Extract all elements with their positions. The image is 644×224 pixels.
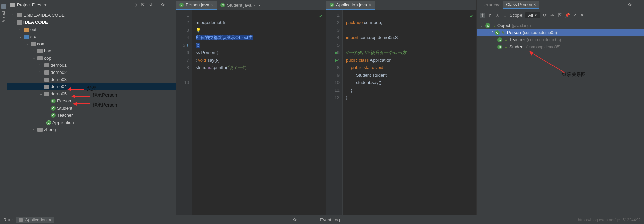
project-tree[interactable]: ›E:\IDEA\IDEA CODE ⌄IDEA CODE ›out ⌄src …	[7, 10, 176, 224]
close-icon[interactable]: ×	[49, 217, 51, 222]
class-hierarchy-icon[interactable]: ⬆	[480, 13, 485, 18]
expand-icon[interactable]: ⇱	[557, 13, 563, 18]
tree-row[interactable]: ⌄com	[7, 40, 176, 47]
close-icon[interactable]: ×	[253, 3, 255, 7]
tree-row[interactable]: ⌄oop	[7, 54, 176, 62]
gutter[interactable]: 12345 6▶ 7▶ 89101112	[326, 10, 343, 221]
chevron-down-icon[interactable]: ⌄	[480, 23, 484, 27]
settings-icon[interactable]: ✿	[627, 2, 632, 8]
code-content[interactable]: ✔m.oop.demo05; 💡 所有的类都默认继承Object类 类 ss P…	[192, 10, 326, 221]
chevron-right-icon[interactable]: ›	[12, 13, 16, 17]
settings-icon[interactable]: ✿	[160, 2, 165, 8]
editor-tabs[interactable]: CPerson.java× CStudent.java×▾	[176, 0, 326, 10]
close-icon[interactable]: ×	[211, 3, 213, 7]
chevron-right-icon[interactable]: ›	[33, 128, 36, 131]
pin-icon[interactable]: 📌	[565, 13, 570, 18]
chevron-down-icon[interactable]: ⌄	[12, 20, 16, 24]
class-icon: C	[51, 113, 56, 118]
code-area[interactable]: 12345 6▶ 7▶ 89101112 ✔package com.oop; i…	[326, 10, 476, 221]
run-label: Run:	[3, 217, 13, 222]
package-icon	[44, 92, 49, 96]
expand-all-icon[interactable]: ⇱	[140, 2, 145, 8]
chevron-right-icon[interactable]: ›	[39, 70, 43, 74]
bulb-icon[interactable]: 💡	[196, 28, 201, 33]
subtypes-icon[interactable]: ⋏	[495, 13, 500, 18]
chevron-down-icon[interactable]: ⌄	[19, 35, 22, 38]
hierarchy-row[interactable]: C↳Teacher(com.oop.demo05)	[477, 36, 644, 43]
code-area[interactable]: 1234 5 ⬇ 67810 ✔m.oop.demo05; 💡 所有的类都默认继…	[176, 10, 326, 221]
hide-icon[interactable]: —	[301, 217, 306, 223]
hierarchy-tab[interactable]: Class Person×	[503, 1, 539, 9]
tree-row[interactable]: ›demo03	[7, 76, 176, 83]
event-log-button[interactable]: Event Log	[320, 217, 340, 222]
tree-row-class[interactable]: CStudent	[7, 105, 176, 112]
package-icon	[37, 56, 43, 60]
chevron-right-icon[interactable]: ›	[33, 49, 36, 53]
hierarchy-row[interactable]: C↳Student(com.oop.demo05)	[477, 43, 644, 50]
project-strip-label[interactable]: Project	[1, 11, 6, 23]
dropdown-icon[interactable]: ▾	[44, 2, 47, 7]
package-icon	[44, 85, 49, 89]
chevron-down-icon[interactable]: ▾	[259, 3, 260, 7]
status-bar: Run: Application× ✿ — Event Log https://…	[0, 215, 644, 224]
tree-row-class[interactable]: CApplication	[7, 119, 176, 126]
tree-row-class[interactable]: CPerson	[7, 97, 176, 105]
hierarchy-tree[interactable]: ⌄C↳Object(java.lang) ⌄*C↳Person(com.oop.…	[477, 20, 644, 224]
tree-row[interactable]: ›out	[7, 26, 176, 33]
gutter[interactable]: 1234 5 ⬇ 67810	[176, 10, 192, 221]
separator	[156, 2, 156, 8]
tree-row-class[interactable]: CTeacher	[7, 112, 176, 119]
chevron-down-icon[interactable]: ⌄	[33, 56, 36, 60]
locate-icon[interactable]: ⊕	[132, 2, 138, 8]
scope-select[interactable]: All▼	[525, 12, 540, 18]
chevron-right-icon[interactable]: ›	[39, 78, 43, 81]
project-view-title[interactable]: Project Files	[17, 2, 42, 7]
tree-row[interactable]: ⌄src	[7, 33, 176, 40]
run-config-tab[interactable]: Application×	[16, 217, 54, 223]
check-icon: ✔	[469, 12, 474, 20]
sort-icon[interactable]: ↕	[502, 13, 508, 18]
refresh-icon[interactable]: ⟳	[542, 13, 548, 18]
chevron-right-icon[interactable]: ›	[39, 85, 43, 89]
autoscroll-icon[interactable]: ⇥	[550, 13, 555, 18]
hierarchy-toolbar[interactable]: ⬆ ⋔ ⋏ ↕ Scope: All▼ ⟳ ⇥ ⇱ 📌 ↗ ✕	[477, 10, 644, 20]
run-icon[interactable]: ▶	[335, 57, 338, 64]
hierarchy-row-selected[interactable]: ⌄*C↳Person(com.oop.demo05)	[477, 29, 644, 36]
tab-application[interactable]: CApplication.java×	[326, 1, 375, 10]
export-icon[interactable]: ↗	[572, 13, 578, 18]
tab-student[interactable]: CStudent.java×▾	[217, 1, 264, 10]
chevron-down-icon[interactable]: ⌄	[26, 42, 29, 46]
annotation-label: 继承Person	[93, 92, 117, 98]
code-content[interactable]: ✔package com.oop; import com.oop.demo05.…	[343, 10, 476, 221]
tree-row[interactable]: ›zheng	[7, 126, 176, 133]
run-icon[interactable]: ▶	[335, 49, 338, 57]
left-tool-strip[interactable]: Project	[0, 0, 7, 224]
tree-row[interactable]: ›demo02	[7, 69, 176, 76]
supertypes-icon[interactable]: ⋔	[487, 13, 493, 18]
src-folder-icon	[24, 35, 29, 39]
tree-row[interactable]: ⌄IDEA CODE	[7, 19, 176, 26]
chevron-down-icon[interactable]: ⌄	[486, 31, 490, 34]
editor-tabs[interactable]: CApplication.java×	[326, 0, 476, 10]
hide-icon[interactable]: —	[167, 2, 173, 8]
tree-row[interactable]: ›E:\IDEA\IDEA CODE	[7, 12, 176, 19]
class-icon: C	[495, 30, 500, 35]
annotation-label: 继承关系图	[562, 71, 586, 78]
chevron-right-icon[interactable]: ›	[39, 63, 43, 67]
hierarchy-row[interactable]: ⌄C↳Object(java.lang)	[477, 22, 644, 29]
collapse-all-icon[interactable]: ⇲	[147, 2, 153, 8]
project-panel: Project Files ▾ ⊕ ⇱ ⇲ ✿ — ›E:\IDEA\IDEA …	[7, 0, 176, 224]
tree-row[interactable]: ›hao	[7, 47, 176, 54]
class-icon: C	[51, 99, 56, 103]
project-tool-icon[interactable]	[1, 4, 6, 9]
close-icon[interactable]: ×	[369, 3, 371, 7]
chevron-right-icon[interactable]: ›	[19, 28, 22, 31]
scope-label: Scope:	[510, 13, 523, 18]
hide-icon[interactable]: —	[635, 2, 641, 8]
chevron-down-icon[interactable]: ⌄	[39, 92, 43, 96]
close-icon[interactable]: ×	[534, 2, 536, 7]
tab-person[interactable]: CPerson.java×	[176, 1, 217, 10]
close-icon[interactable]: ✕	[580, 13, 585, 18]
tree-row[interactable]: ›demo01	[7, 62, 176, 69]
settings-icon[interactable]: ✿	[292, 217, 297, 223]
